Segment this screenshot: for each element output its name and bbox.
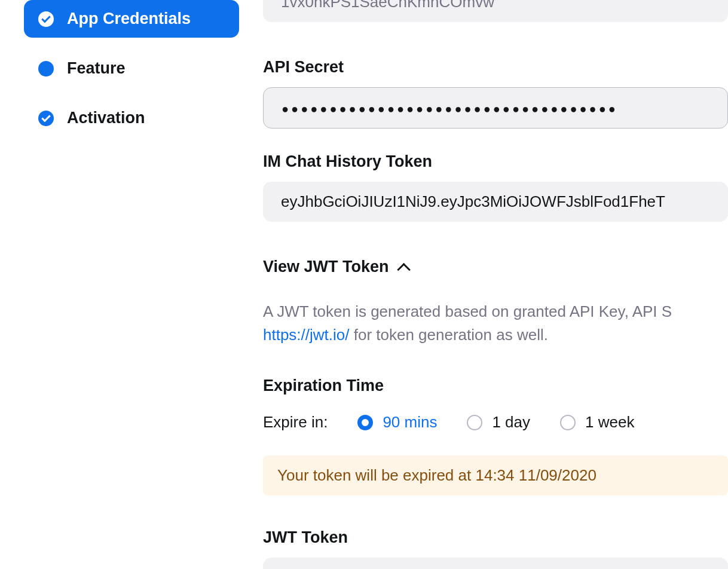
main-content: 1vx0nkPS1SaeCnKmnCOmvw API Secret ●●●●●●…	[263, 0, 728, 569]
radio-1-week[interactable]: 1 week	[560, 413, 634, 432]
expiration-time-label: Expiration Time	[263, 377, 728, 395]
radio-90-mins[interactable]: 90 mins	[357, 413, 437, 432]
im-chat-token-value[interactable]: eyJhbGciOiJIUzI1NiJ9.eyJpc3MiOiJOWFJsblF…	[263, 182, 728, 222]
check-icon	[38, 11, 54, 27]
radio-icon	[357, 415, 373, 430]
sidebar-item-app-credentials[interactable]: App Credentials	[24, 0, 239, 38]
sidebar-item-label: App Credentials	[67, 10, 191, 28]
radio-icon	[560, 415, 576, 430]
api-secret-label: API Secret	[263, 58, 728, 77]
sidebar-item-label: Feature	[67, 59, 126, 78]
expiration-warning: Your token will be expired at 14:34 11/0…	[263, 455, 728, 495]
jwt-token-value[interactable]: eyJ0eXAiOiJKV1QiLCJhbGciOiJIUzI1NiJ9.eyJ…	[263, 558, 728, 569]
api-secret-value[interactable]: ●●●●●●●●●●●●●●●●●●●●●●●●●●●●●●●●●●●	[263, 87, 728, 129]
jwt-io-link[interactable]: https://jwt.io/	[263, 326, 350, 344]
radio-1-day[interactable]: 1 day	[467, 413, 530, 432]
sidebar: App Credentials Feature Activation	[0, 0, 263, 569]
im-chat-token-field: IM Chat History Token eyJhbGciOiJIUzI1Ni…	[263, 152, 728, 222]
chevron-up-icon	[397, 262, 411, 276]
api-key-value[interactable]: 1vx0nkPS1SaeCnKmnCOmvw	[263, 0, 728, 22]
sidebar-item-label: Activation	[67, 109, 145, 127]
dot-icon	[38, 61, 54, 77]
radio-icon	[467, 415, 482, 430]
api-key-field: 1vx0nkPS1SaeCnKmnCOmvw	[263, 0, 728, 22]
sidebar-item-activation[interactable]: Activation	[24, 99, 239, 137]
view-jwt-title: View JWT Token	[263, 258, 389, 276]
api-secret-field: API Secret ●●●●●●●●●●●●●●●●●●●●●●●●●●●●●…	[263, 58, 728, 129]
jwt-description: A JWT token is generated based on grante…	[263, 300, 728, 347]
jwt-token-field: JWT Token eyJ0eXAiOiJKV1QiLCJhbGciOiJIUz…	[263, 528, 728, 569]
jwt-token-label: JWT Token	[263, 528, 728, 547]
check-icon	[38, 111, 54, 126]
expiration-options: Expire in: 90 mins 1 day 1 week	[263, 413, 728, 432]
view-jwt-token-toggle[interactable]: View JWT Token	[263, 258, 728, 276]
sidebar-item-feature[interactable]: Feature	[24, 50, 239, 87]
expire-in-label: Expire in:	[263, 413, 328, 432]
im-chat-token-label: IM Chat History Token	[263, 152, 728, 171]
